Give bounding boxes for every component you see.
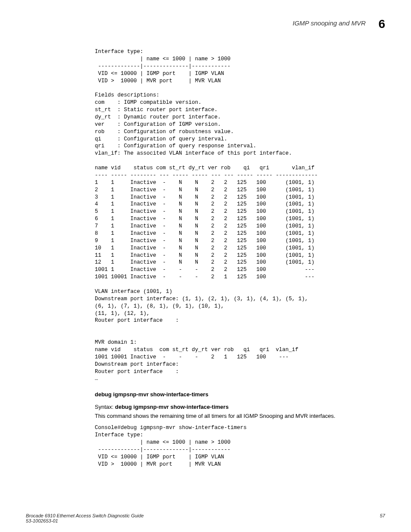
syntax-label: Syntax: — [95, 404, 113, 410]
header-title: IGMP snooping and MVR — [293, 19, 366, 27]
footer-line1: Brocade 6910 Ethernet Access Switch Diag… — [26, 513, 385, 518]
chapter-number: 6 — [378, 17, 385, 31]
code-block-1: Interface type: | name <= 1000 | name > … — [95, 48, 385, 383]
page-footer: 57 Brocade 6910 Ethernet Access Switch D… — [26, 513, 385, 523]
syntax-line: Syntax: debug igmpsnp-mvr show-interface… — [95, 404, 385, 410]
footer-line2: 53-1002653-01 — [26, 518, 385, 523]
page-header: IGMP snooping and MVR 6 — [26, 17, 385, 31]
syntax-command: debug igmpsnp-mvr show-interface-timers — [115, 404, 229, 410]
page-number: 57 — [380, 513, 385, 518]
code-block-2: Console#debug igmpsnp-mvr show-interface… — [95, 424, 385, 468]
page: IGMP snooping and MVR 6 Interface type: … — [0, 0, 411, 532]
section-description: This command shows the remaining time of… — [95, 413, 385, 419]
section-heading: debug igmpsnp-mvr show-interface-timers — [95, 391, 385, 398]
section-heading-text: debug igmpsnp-mvr show-interface-timers — [95, 391, 209, 398]
